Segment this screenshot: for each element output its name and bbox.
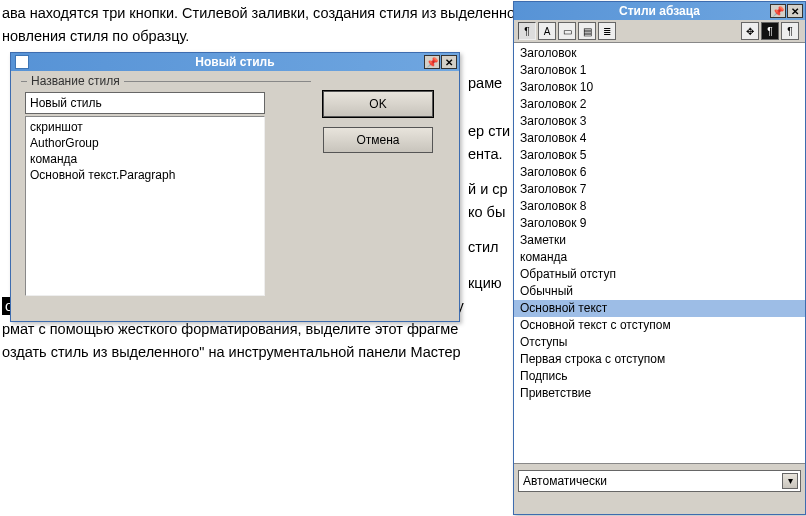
style-item[interactable]: Заголовок 9 [514,215,805,232]
field-label: Название стиля [27,74,124,88]
cancel-button[interactable]: Отмена [323,127,433,153]
suggestion-list[interactable]: скриншот AuthorGroup команда Основной те… [25,116,265,296]
update-style-icon[interactable]: ¶ [781,22,799,40]
style-item[interactable]: Заголовок 3 [514,113,805,130]
style-list[interactable]: ЗаголовокЗаголовок 1Заголовок 10Заголово… [514,43,805,463]
app-icon: ▤ [15,55,29,69]
close-icon[interactable]: ✕ [787,4,803,18]
list-item[interactable]: Основной текст.Paragraph [30,167,260,183]
pin-button[interactable]: 📌 [424,55,440,69]
close-icon[interactable]: ✕ [441,55,457,69]
style-item[interactable]: Заголовок 6 [514,164,805,181]
style-item[interactable]: Обычный [514,283,805,300]
list-item[interactable]: скриншот [30,119,260,135]
style-name-group: Название стиля скриншот AuthorGroup кома… [21,81,311,300]
paragraph-styles-palette: Стили абзаца 📌 ✕ ¶ A ▭ ▤ ≣ ✥ ¶ ¶ Заголов… [513,1,806,515]
new-style-dialog: ▤ Новый стиль 📌 ✕ Название стиля скриншо… [10,52,460,322]
list-item[interactable]: AuthorGroup [30,135,260,151]
style-item[interactable]: Заголовок 4 [514,130,805,147]
titlebar[interactable]: Стили абзаца 📌 ✕ [514,2,805,20]
style-item[interactable]: Заголовок 10 [514,79,805,96]
list-styles-icon[interactable]: ≣ [598,22,616,40]
style-item[interactable]: Заголовок 1 [514,62,805,79]
style-item[interactable]: Заголовок [514,45,805,62]
style-toolbar: ¶ A ▭ ▤ ≣ ✥ ¶ ¶ [514,20,805,43]
style-item[interactable]: Обратный отступ [514,266,805,283]
style-item[interactable]: Заголовок 8 [514,198,805,215]
dialog-title: Стили абзаца [514,4,805,18]
character-styles-icon[interactable]: A [538,22,556,40]
new-style-from-selection-icon[interactable]: ¶ [761,22,779,40]
style-item[interactable]: Первая строка с отступом [514,351,805,368]
style-name-input[interactable] [25,92,265,114]
style-item[interactable]: Приветствие [514,385,805,402]
frame-styles-icon[interactable]: ▭ [558,22,576,40]
style-item[interactable]: Заголовок 7 [514,181,805,198]
pin-button[interactable]: 📌 [770,4,786,18]
titlebar[interactable]: ▤ Новый стиль 📌 ✕ [11,53,459,71]
style-item[interactable]: Подпись [514,368,805,385]
ok-button[interactable]: OK [323,91,433,117]
style-item[interactable]: команда [514,249,805,266]
list-item[interactable]: команда [30,151,260,167]
page-styles-icon[interactable]: ▤ [578,22,596,40]
style-item[interactable]: Заголовок 5 [514,147,805,164]
combo-value: Автоматически [523,474,607,488]
style-item[interactable]: Основной текст [514,300,805,317]
chevron-down-icon[interactable]: ▾ [782,473,798,489]
fill-format-icon[interactable]: ✥ [741,22,759,40]
style-filter-combo[interactable]: Автоматически ▾ [518,470,801,492]
paragraph-styles-icon[interactable]: ¶ [518,22,536,40]
style-item[interactable]: Основной текст с отступом [514,317,805,334]
style-item[interactable]: Заметки [514,232,805,249]
dialog-title: Новый стиль [11,55,459,69]
style-item[interactable]: Заголовок 2 [514,96,805,113]
style-item[interactable]: Отступы [514,334,805,351]
